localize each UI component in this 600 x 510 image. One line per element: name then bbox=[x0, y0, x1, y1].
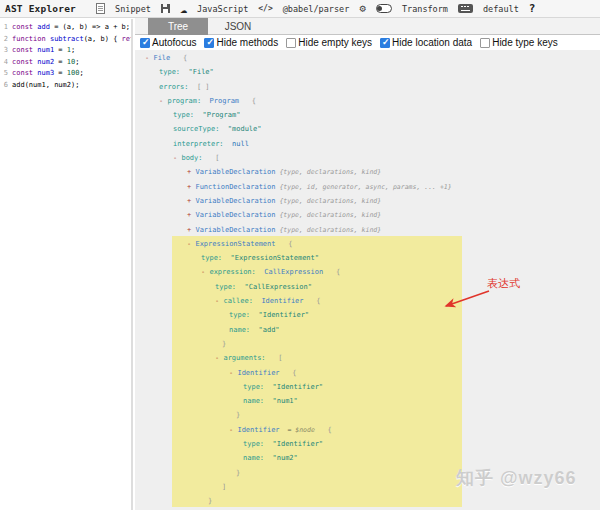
code-token: num1 bbox=[37, 46, 54, 54]
tree-line[interactable]: - Identifier = $node { bbox=[135, 423, 600, 437]
editor-lines: 1const add = (a, b) => a + b;2function s… bbox=[0, 19, 131, 92]
node-type-link[interactable]: VariableDeclaration bbox=[195, 226, 275, 234]
node-type-link[interactable]: Identifier bbox=[237, 426, 279, 434]
tree-line[interactable]: - program: Program { bbox=[135, 94, 600, 108]
code-editor[interactable]: 1const add = (a, b) => a + b;2function s… bbox=[0, 19, 133, 510]
node-type-link[interactable]: VariableDeclaration bbox=[195, 211, 275, 219]
node-preview: {type, declarations, kind} bbox=[276, 168, 382, 176]
tree-line[interactable]: sourceType: "module" bbox=[135, 122, 600, 136]
tree-line[interactable]: name: "num1" bbox=[135, 394, 600, 408]
node-type-link[interactable]: Program bbox=[201, 97, 239, 105]
tree-line[interactable]: - expression: CallExpression { bbox=[135, 265, 600, 279]
tree-line[interactable]: type: "CallExpression" bbox=[135, 280, 600, 294]
tree-punctuation: } bbox=[208, 497, 212, 505]
tree-key: type: bbox=[243, 383, 264, 391]
tree-punctuation: { bbox=[323, 268, 340, 276]
tree-line[interactable]: } bbox=[135, 408, 600, 422]
tree-line[interactable]: + VariableDeclaration {type, declaration… bbox=[135, 194, 600, 208]
keyboard-icon[interactable] bbox=[458, 4, 473, 13]
new-snippet-icon[interactable] bbox=[96, 3, 105, 14]
tree-line[interactable]: errors: [ ] bbox=[135, 80, 600, 94]
tree-punctuation: ] bbox=[222, 483, 226, 491]
tree-line[interactable]: interpreter: null bbox=[135, 137, 600, 151]
tree-punctuation: } bbox=[236, 469, 240, 477]
tree-string-value: "CallExpression" bbox=[236, 283, 312, 291]
line-number: 3 bbox=[0, 45, 8, 57]
tree-key: name: bbox=[243, 454, 264, 462]
option-label: Autofocus bbox=[152, 37, 196, 48]
tree-key: program: bbox=[167, 97, 201, 105]
option-hide-type-keys[interactable]: Hide type keys bbox=[480, 37, 558, 48]
line-number: 2 bbox=[0, 34, 8, 46]
tree-punctuation: { bbox=[315, 426, 332, 434]
tree-line[interactable]: type: "File" bbox=[135, 65, 600, 79]
code-line: 3const num1 = 1; bbox=[0, 45, 131, 57]
help-button[interactable]: ? bbox=[529, 2, 536, 15]
node-type-link[interactable]: FunctionDeclaration bbox=[195, 183, 275, 191]
option-hide-empty-keys[interactable]: Hide empty keys bbox=[286, 37, 372, 48]
node-type-link[interactable]: File bbox=[153, 54, 170, 62]
code-token: = bbox=[54, 46, 67, 54]
checkbox-icon[interactable] bbox=[286, 38, 296, 48]
parser-dropdown[interactable]: @babel/parser bbox=[283, 4, 350, 14]
tree-line[interactable]: + VariableDeclaration {type, declaration… bbox=[135, 208, 600, 222]
tree-line[interactable]: + VariableDeclaration {type, declaration… bbox=[135, 165, 600, 179]
tree-string-value: "ExpressionStatement" bbox=[222, 254, 319, 262]
tab-json[interactable]: JSON bbox=[208, 18, 268, 35]
line-number: 6 bbox=[0, 80, 8, 92]
option-autofocus[interactable]: Autofocus bbox=[140, 37, 196, 48]
tree-line[interactable]: name: "add" bbox=[135, 323, 600, 337]
checkbox-icon[interactable] bbox=[140, 38, 150, 48]
node-type-link[interactable]: Identifier bbox=[237, 369, 279, 377]
tree-line[interactable]: + FunctionDeclaration {type, id, generat… bbox=[135, 180, 600, 194]
node-type-link[interactable]: VariableDeclaration bbox=[195, 168, 275, 176]
tree-line[interactable]: type: "Identifier" bbox=[135, 437, 600, 451]
line-number: 4 bbox=[0, 57, 8, 69]
tree-line[interactable]: type: "Program" bbox=[135, 108, 600, 122]
tree-line[interactable]: + VariableDeclaration {type, declaration… bbox=[135, 223, 600, 237]
node-type-link[interactable]: VariableDeclaration bbox=[195, 197, 275, 205]
tree-line[interactable]: - callee: Identifier { bbox=[135, 294, 600, 308]
tree-line[interactable]: } bbox=[135, 337, 600, 351]
node-type-link[interactable]: Identifier bbox=[253, 297, 304, 305]
code-token: num2 bbox=[37, 58, 54, 66]
save-icon[interactable] bbox=[161, 4, 170, 13]
gear-icon[interactable]: ⚙ bbox=[359, 3, 366, 14]
checkbox-icon[interactable] bbox=[204, 38, 214, 48]
node-preview: {type, declarations, kind} bbox=[276, 197, 382, 205]
tree-line[interactable]: - File { bbox=[135, 51, 600, 65]
language-dropdown[interactable]: JavaScript bbox=[197, 4, 248, 14]
checkbox-icon[interactable] bbox=[480, 38, 490, 48]
option-hide-location-data[interactable]: Hide location data bbox=[380, 37, 472, 48]
snippet-menu[interactable]: Snippet bbox=[115, 4, 151, 14]
code-token: a, b bbox=[67, 23, 84, 31]
tree-key: callee: bbox=[223, 297, 253, 305]
code-token: const bbox=[12, 23, 37, 31]
tree-string-value: "Program" bbox=[194, 111, 240, 119]
tree-line[interactable]: - Identifier { bbox=[135, 366, 600, 380]
tree-line[interactable]: - arguments: [ bbox=[135, 351, 600, 365]
checkbox-icon[interactable] bbox=[380, 38, 390, 48]
ast-tree-panel[interactable]: - File {type: "File"errors: [ ]- program… bbox=[135, 50, 600, 510]
transform-dropdown[interactable]: Transform bbox=[402, 4, 448, 14]
tree-punctuation: [ bbox=[203, 154, 220, 162]
tree-line[interactable]: - ExpressionStatement { bbox=[135, 237, 600, 251]
toggle-icon[interactable] bbox=[376, 4, 392, 13]
tree-line[interactable]: type: "Identifier" bbox=[135, 308, 600, 322]
tree-line[interactable]: } bbox=[135, 494, 600, 508]
node-preview: {type, declarations, kind} bbox=[276, 226, 382, 234]
cloud-icon[interactable]: ☁ bbox=[180, 3, 187, 15]
tree-line[interactable]: type: "Identifier" bbox=[135, 380, 600, 394]
tree-line[interactable]: name: "num2" bbox=[135, 451, 600, 465]
option-hide-methods[interactable]: Hide methods bbox=[204, 37, 278, 48]
tree-options: AutofocusHide methodsHide empty keysHide… bbox=[135, 35, 600, 50]
code-token: num3 bbox=[37, 69, 54, 77]
code-token: = ( bbox=[50, 23, 67, 31]
node-type-link[interactable]: CallExpression bbox=[256, 268, 323, 276]
node-type-link[interactable]: ExpressionStatement bbox=[195, 240, 275, 248]
transform-default-dropdown[interactable]: default bbox=[483, 4, 519, 14]
tab-tree[interactable]: Tree bbox=[148, 18, 208, 35]
tree-line[interactable]: - body: [ bbox=[135, 151, 600, 165]
tree-string-value: "Identifier" bbox=[264, 440, 323, 448]
tree-line[interactable]: type: "ExpressionStatement" bbox=[135, 251, 600, 265]
